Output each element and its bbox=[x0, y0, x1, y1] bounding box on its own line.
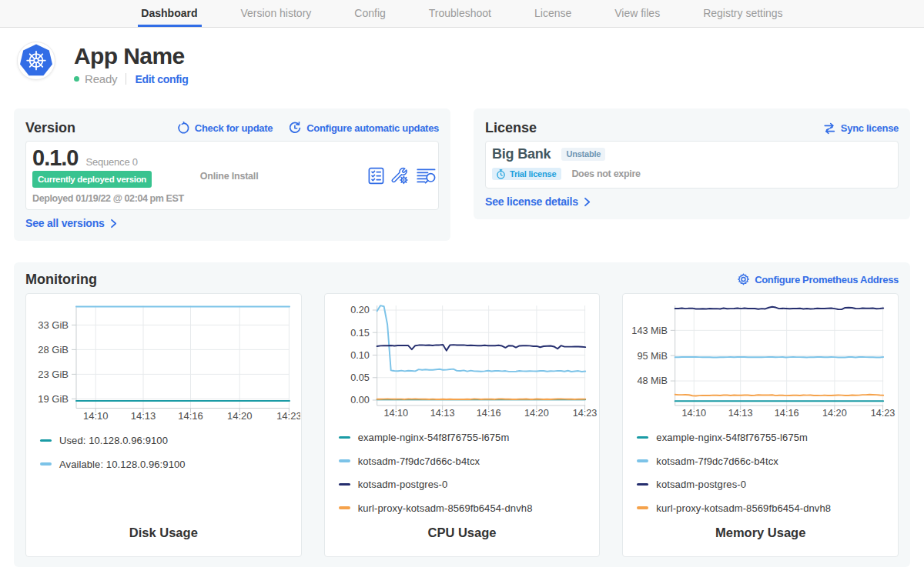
ready-status-dot bbox=[74, 76, 79, 82]
nav-tab-license[interactable]: License bbox=[513, 0, 593, 27]
x-tick-label: 14:13 bbox=[430, 408, 454, 419]
chart-disk-usage: 19 GiB23 GiB28 GiB33 GiB14:1014:1314:161… bbox=[25, 293, 302, 557]
x-tick-label: 14:10 bbox=[383, 408, 408, 419]
nav-tab-config[interactable]: Config bbox=[333, 0, 407, 27]
deployed-timestamp: Deployed 01/19/22 @ 02:04 pm EST bbox=[32, 193, 184, 204]
legend-color-dash bbox=[339, 459, 350, 462]
nav-tab-registry-settings[interactable]: Registry settings bbox=[681, 0, 804, 27]
x-tick-label: 14:10 bbox=[682, 408, 707, 419]
configure-automatic-updates-link[interactable]: Configure automatic updates bbox=[288, 122, 439, 135]
legend-label: example-nginx-54f8f76755-l675m bbox=[656, 432, 808, 443]
see-all-versions-link[interactable]: See all versions bbox=[25, 217, 105, 229]
license-card-title: License bbox=[485, 120, 537, 136]
preflight-checks-icon[interactable] bbox=[367, 166, 386, 185]
chart-legend: example-nginx-54f8f76755-l675mkotsadm-7f… bbox=[339, 432, 600, 526]
legend-label: kotsadm-postgres-0 bbox=[656, 479, 746, 490]
currently-deployed-badge: Currently deployed version bbox=[32, 171, 152, 188]
x-tick-label: 14:10 bbox=[83, 410, 109, 422]
legend-label: kotsadm-7f9dc7d66c-b4tcx bbox=[358, 456, 480, 467]
series-line bbox=[377, 345, 584, 351]
legend-item: kotsadm-7f9dc7d66c-b4tcx bbox=[339, 456, 600, 467]
refresh-icon bbox=[177, 122, 190, 135]
sequence-label: Sequence 0 bbox=[86, 156, 138, 168]
sync-license-link[interactable]: Sync license bbox=[823, 122, 899, 135]
y-tick-label: 19 GiB bbox=[38, 393, 69, 405]
x-tick-label: 14:16 bbox=[476, 408, 500, 419]
x-tick-label: 14:13 bbox=[131, 410, 156, 422]
legend-color-dash bbox=[339, 483, 350, 486]
stopwatch-icon bbox=[496, 169, 506, 179]
top-nav: DashboardVersion historyConfigTroublesho… bbox=[0, 0, 924, 28]
y-tick-label: 0.10 bbox=[350, 350, 370, 361]
version-card: Version Check for update Configure au bbox=[14, 108, 450, 241]
current-version-box: 0.1.0 Sequence 0 Currently deployed vers… bbox=[25, 141, 439, 210]
chevron-right-icon bbox=[583, 197, 591, 207]
page-title: App Name bbox=[74, 43, 188, 68]
x-tick-label: 14:13 bbox=[728, 408, 753, 419]
nav-tab-version-history[interactable]: Version history bbox=[219, 0, 333, 27]
legend-color-dash bbox=[339, 506, 350, 509]
legend-label: kotsadm-7f9dc7d66c-b4tcx bbox=[656, 456, 778, 467]
edit-config-link[interactable]: Edit config bbox=[135, 73, 188, 85]
version-number: 0.1.0 bbox=[32, 148, 79, 168]
edit-config-wrench-icon[interactable] bbox=[391, 166, 410, 185]
plot-area: 48 MiB95 MiB143 MiB14:1014:1314:1614:201… bbox=[623, 294, 897, 422]
y-tick-label: 28 GiB bbox=[38, 344, 69, 355]
x-tick-label: 14:20 bbox=[822, 408, 847, 419]
legend-item: example-nginx-54f8f76755-l675m bbox=[339, 432, 600, 443]
y-tick-label: 23 GiB bbox=[38, 369, 69, 380]
y-tick-label: 0.05 bbox=[350, 372, 370, 383]
x-tick-label: 14:16 bbox=[178, 410, 203, 422]
legend-color-dash bbox=[40, 462, 52, 466]
channel-badge: Unstable bbox=[561, 148, 605, 161]
legend-item: kotsadm-postgres-0 bbox=[339, 479, 600, 490]
chart-cpu-usage: 0.000.050.100.150.2014:1014:1314:1614:20… bbox=[324, 293, 601, 557]
monitoring-section: Monitoring Configure Prometheus Address … bbox=[14, 262, 910, 567]
legend-item: Used: 10.128.0.96:9100 bbox=[40, 435, 301, 446]
nav-tab-troubleshoot[interactable]: Troubleshoot bbox=[407, 0, 513, 27]
y-tick-label: 0.15 bbox=[350, 328, 370, 339]
license-expiry: Does not expire bbox=[571, 169, 640, 179]
chart-title: CPU Usage bbox=[325, 526, 600, 556]
nav-tab-view-files[interactable]: View files bbox=[593, 0, 681, 27]
legend-label: Available: 10.128.0.96:9100 bbox=[59, 459, 186, 470]
chart-title: Memory Usage bbox=[623, 526, 898, 556]
legend-label: kotsadm-postgres-0 bbox=[358, 479, 448, 490]
series-line bbox=[675, 307, 883, 309]
trial-license-badge: Trial license bbox=[492, 168, 561, 180]
chart-legend: Used: 10.128.0.96:9100Available: 10.128.… bbox=[40, 435, 301, 482]
series-line bbox=[675, 395, 883, 396]
schedule-update-icon bbox=[288, 122, 302, 135]
gear-icon bbox=[737, 273, 750, 286]
legend-item: example-nginx-54f8f76755-l675m bbox=[637, 432, 898, 443]
legend-color-dash bbox=[40, 439, 52, 442]
legend-color-dash bbox=[637, 506, 648, 509]
check-for-update-link[interactable]: Check for update bbox=[177, 122, 273, 135]
y-tick-label: 33 GiB bbox=[38, 319, 69, 331]
series-line bbox=[377, 305, 584, 372]
app-header: App Name Ready Edit config bbox=[0, 28, 924, 108]
legend-item: kotsadm-7f9dc7d66c-b4tcx bbox=[637, 456, 898, 467]
app-logo bbox=[17, 42, 55, 80]
see-license-details-link[interactable]: See license details bbox=[485, 195, 578, 208]
legend-label: Used: 10.128.0.96:9100 bbox=[59, 435, 168, 446]
chart-legend: example-nginx-54f8f76755-l675mkotsadm-7f… bbox=[637, 432, 898, 526]
license-box: Big Bank Unstable Trial license Does not… bbox=[485, 141, 899, 189]
chevron-right-icon bbox=[109, 219, 118, 229]
app-status: Ready bbox=[85, 72, 117, 85]
legend-label: kurl-proxy-kotsadm-8569fb6454-dnvh8 bbox=[358, 502, 533, 514]
x-tick-label: 14:23 bbox=[276, 410, 300, 422]
legend-color-dash bbox=[339, 436, 350, 439]
legend-item: kurl-proxy-kotsadm-8569fb6454-dnvh8 bbox=[637, 502, 898, 514]
legend-color-dash bbox=[637, 436, 648, 439]
deploy-logs-icon[interactable] bbox=[416, 166, 437, 185]
divider bbox=[126, 73, 126, 85]
legend-label: example-nginx-54f8f76755-l675m bbox=[358, 432, 510, 443]
monitoring-title: Monitoring bbox=[25, 272, 97, 288]
nav-tab-dashboard[interactable]: Dashboard bbox=[119, 0, 219, 27]
configure-prometheus-link[interactable]: Configure Prometheus Address bbox=[737, 273, 899, 286]
license-card: License Sync license Big Bank Unstable bbox=[474, 108, 910, 219]
version-card-title: Version bbox=[25, 120, 75, 136]
plot-area: 19 GiB23 GiB28 GiB33 GiB14:1014:1314:161… bbox=[26, 294, 300, 425]
x-tick-label: 14:23 bbox=[871, 408, 896, 419]
